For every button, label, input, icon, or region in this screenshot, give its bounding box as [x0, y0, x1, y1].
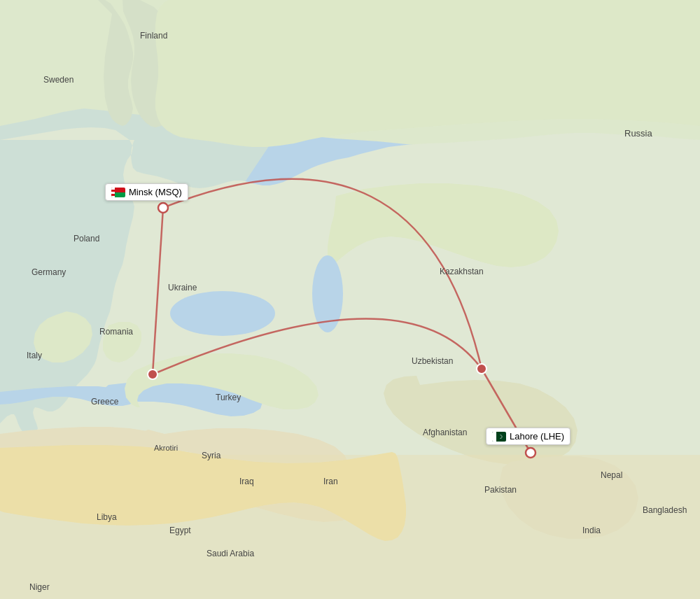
country-label-india: India — [582, 526, 601, 535]
country-label-ukraine: Ukraine — [168, 283, 197, 293]
country-label-afghanistan: Afghanistan — [423, 428, 467, 437]
lahore-label-text: Lahore (LHE) — [510, 431, 564, 442]
city-label-minsk[interactable]: Minsk (MSQ) — [105, 183, 188, 201]
country-label-pakistan: Pakistan — [484, 485, 517, 495]
country-label-syria: Syria — [202, 451, 221, 460]
country-label-poland: Poland — [74, 234, 99, 244]
svg-point-5 — [477, 364, 486, 374]
country-label-kazakhstan: Kazakhstan — [440, 267, 484, 276]
country-label-turkey: Turkey — [216, 393, 241, 402]
country-label-saudi-arabia: Saudi Arabia — [206, 549, 254, 558]
country-label-libya: Libya — [97, 512, 117, 522]
map-container: Finland Sweden Russia Poland Germany Ukr… — [0, 0, 700, 599]
minsk-label-text: Minsk (MSQ) — [129, 187, 182, 197]
country-label-sweden: Sweden — [43, 75, 74, 85]
svg-point-1 — [170, 291, 275, 336]
country-label-bangladesh: Bangladesh — [643, 505, 687, 515]
city-label-lahore[interactable]: ☽ Lahore (LHE) — [486, 428, 570, 445]
country-label-italy: Italy — [27, 351, 42, 360]
svg-point-6 — [526, 448, 536, 458]
country-label-uzbekistan: Uzbekistan — [412, 356, 453, 366]
country-label-iraq: Iraq — [239, 477, 254, 486]
svg-point-4 — [148, 369, 158, 379]
country-label-russia: Russia — [624, 128, 653, 139]
pakistan-flag: ☽ — [492, 432, 506, 442]
svg-point-3 — [158, 203, 168, 213]
country-label-iran: Iran — [323, 477, 338, 486]
country-label-romania: Romania — [99, 327, 133, 337]
country-label-niger: Niger — [29, 582, 50, 592]
country-label-egypt: Egypt — [169, 526, 191, 535]
country-label-greece: Greece — [91, 397, 119, 407]
map-svg: Finland Sweden Russia Poland Germany Ukr… — [0, 0, 700, 599]
country-label-finland: Finland — [140, 31, 167, 41]
country-label-germany: Germany — [31, 267, 66, 277]
belarus-flag — [111, 188, 125, 197]
country-label-akrotiri: Akrotiri — [154, 444, 178, 452]
country-label-nepal: Nepal — [601, 470, 622, 480]
